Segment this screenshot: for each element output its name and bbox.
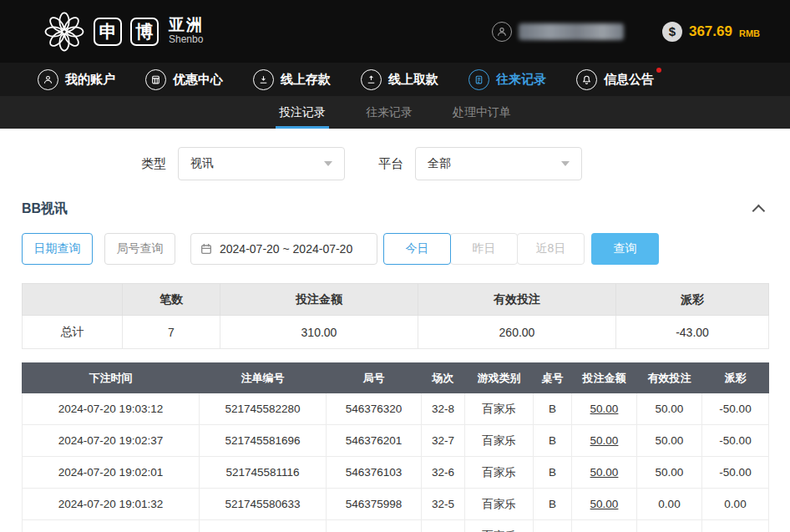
platform-filter-label: 平台 [378,156,403,172]
table-row: 2024-07-20 19:02:37 521745581696 5463762… [23,425,769,457]
table-row: 2024-07-20 19:00:59 521745580057 5463758… [23,520,769,532]
platform-filter-value: 全部 [428,156,451,171]
summary-valid: 260.00 [418,316,616,349]
col-valid-bet: 有效投注 [637,363,702,393]
type-filter-label: 类型 [141,156,166,172]
collapse-chevron-icon[interactable] [752,205,766,218]
wallet-balance[interactable]: $ 367.69 RMB [662,22,760,42]
query-bar: 日期查询 局号查询 2024-07-20 ~ 2024-07-20 今日 昨日 … [22,233,768,265]
search-button[interactable]: 查询 [591,233,659,265]
summary-header-count: 笔数 [123,284,220,316]
summary-header-valid: 有效投注 [418,284,616,316]
dollar-icon: $ [662,22,682,42]
table-row: 2024-07-20 19:01:32 521745580633 5463759… [23,489,769,520]
withdraw-icon [361,69,382,90]
nav-item-announcements[interactable]: 信息公告 [576,69,654,90]
logo-subtitle: Shenbo [169,34,204,45]
flower-icon [43,11,85,53]
bet-amount-link[interactable]: 50.00 [572,393,637,425]
col-order-id: 注单编号 [200,363,327,393]
section-title: BB视讯 [22,200,68,218]
records-icon [468,69,489,90]
summary-header-payout: 派彩 [616,284,769,316]
deposit-icon [253,69,274,90]
round-query-button[interactable]: 局号查询 [104,233,175,265]
avatar-icon [492,22,512,42]
type-filter-select[interactable]: 视讯 [178,147,345,180]
col-table-no: 桌号 [534,363,572,393]
bet-amount-link[interactable]: 50.00 [572,520,637,532]
logo-char-1: 申 [94,18,122,46]
filter-bar: 类型 视讯 平台 全部 [141,147,790,180]
bet-amount-link[interactable]: 50.00 [572,425,637,457]
summary-count: 7 [123,316,220,349]
record-tabs: 投注记录 往来记录 处理中订单 [0,96,790,129]
col-round-id: 局号 [327,363,422,393]
bet-amount-link[interactable]: 50.00 [572,457,637,489]
col-game-type: 游戏类别 [465,363,534,393]
detail-header-row: 下注时间 注单编号 局号 场次 游戏类别 桌号 投注金额 有效投注 派彩 [23,363,769,393]
user-icon [38,69,58,90]
type-filter-value: 视讯 [190,156,214,171]
quick-yesterday-button[interactable]: 昨日 [450,233,518,265]
balance-currency: RMB [739,28,760,38]
bet-amount-link[interactable]: 50.00 [572,489,637,520]
nav-item-withdraw[interactable]: 线上取款 [361,69,438,90]
nav-item-deposit[interactable]: 线上存款 [253,69,331,90]
calendar-icon [200,242,213,256]
nav-item-records[interactable]: 往来记录 [468,69,546,90]
bet-detail-table: 下注时间 注单编号 局号 场次 游戏类别 桌号 投注金额 有效投注 派彩 202… [22,362,769,532]
date-range-input[interactable]: 2024-07-20 ~ 2024-07-20 [190,233,377,265]
tab-pending-orders[interactable]: 处理中订单 [449,96,514,129]
balance-amount: 367.69 [689,23,732,40]
user-account-chip[interactable] [492,22,624,42]
chevron-down-icon [561,161,570,166]
summary-bet: 310.00 [220,316,418,349]
chevron-down-icon [324,161,332,166]
tab-betting-records[interactable]: 投注记录 [276,96,329,129]
username-blurred [519,23,624,40]
brand-logo[interactable]: 申 博 亚洲 Shenbo [43,11,204,53]
section-header: BB视讯 [22,200,768,218]
summary-header-blank [23,284,123,316]
table-row: 2024-07-20 19:03:12 521745582280 5463763… [23,393,769,425]
nav-item-my-account[interactable]: 我的账户 [38,69,115,90]
col-bet-amount: 投注金额 [572,363,637,393]
summary-payout: -43.00 [616,316,769,349]
tab-transaction-records[interactable]: 往来记录 [362,96,416,129]
date-range-value: 2024-07-20 ~ 2024-07-20 [220,242,352,256]
col-bet-time: 下注时间 [23,363,200,393]
date-query-button[interactable]: 日期查询 [22,233,93,265]
platform-filter-select[interactable]: 全部 [415,147,582,180]
quick-8days-button[interactable]: 近8日 [517,233,585,265]
logo-region: 亚洲 [169,17,204,34]
summary-header-row: 笔数 投注金额 有效投注 派彩 [23,284,769,316]
bell-icon [576,69,597,90]
notification-dot [656,68,661,73]
col-session: 场次 [422,363,465,393]
quick-range-group: 今日 昨日 近8日 [384,233,585,265]
quick-today-button[interactable]: 今日 [383,233,451,265]
summary-table: 笔数 投注金额 有效投注 派彩 总计 7 310.00 260.00 -43.0… [22,283,769,349]
summary-total-label: 总计 [23,316,123,349]
logo-char-2: 博 [130,18,159,46]
top-header: 申 博 亚洲 Shenbo $ 367.69 RMB [0,0,790,63]
summary-total-row: 总计 7 310.00 260.00 -43.00 [23,316,769,349]
col-payout: 派彩 [702,363,769,393]
grid-icon [145,69,166,90]
table-row: 2024-07-20 19:02:01 521745581116 5463761… [23,457,769,489]
summary-header-bet: 投注金额 [220,284,418,316]
nav-item-promotions[interactable]: 优惠中心 [145,69,223,90]
main-navigation: 我的账户 优惠中心 线上存款 线上取款 往来记录 [0,63,790,96]
